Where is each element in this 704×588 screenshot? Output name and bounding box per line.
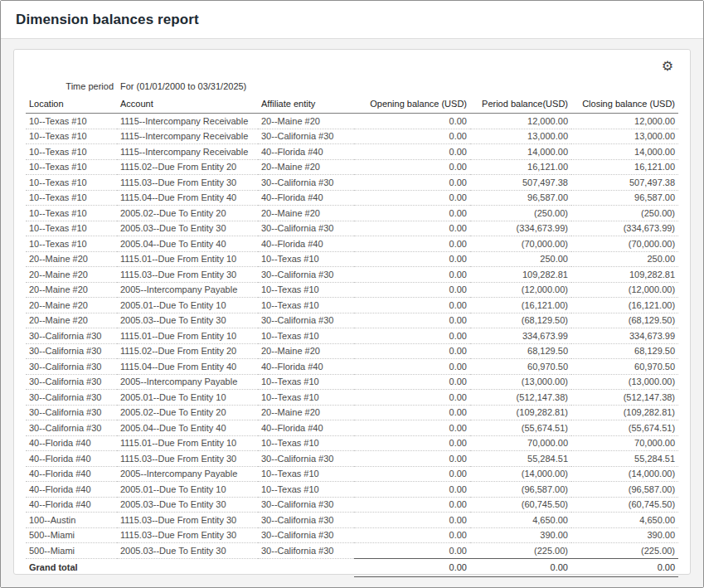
cell-period-balance[interactable]: (16,121.00) [470,298,571,313]
cell-affiliate-entity: 30--California #30 [258,313,354,328]
cell-period-balance[interactable]: 60,970.50 [470,359,571,375]
cell-location: 20--Maine #20 [26,282,117,298]
cell-period-balance[interactable]: (96,587.00) [470,482,571,498]
cell-affiliate-entity: 40--Florida #40 [258,420,354,436]
cell-affiliate-entity: 20--Maine #20 [258,343,354,359]
cell-opening-balance: 0.00 [354,114,470,129]
cell-period-balance[interactable]: 68,129.50 [470,343,571,359]
cell-account: 2005--Intercompany Payable [117,374,258,390]
grand-total-opening-balance: 0.00 [354,558,470,576]
cell-period-balance[interactable]: 14,000.00 [470,144,571,160]
cell-affiliate-entity: 40--Florida #40 [258,236,354,252]
cell-period-balance[interactable]: (109,282.81) [470,405,571,420]
cell-affiliate-entity: 20--Maine #20 [258,206,354,221]
cell-period-balance[interactable]: (60,745.50) [470,497,571,513]
cell-period-balance[interactable]: (68,129.50) [470,313,571,328]
table-row: 10--Texas #101115--Intercompany Receivab… [26,129,678,144]
cell-closing-balance: (55,674.51) [571,420,678,436]
cell-location: 10--Texas #10 [26,236,117,252]
cell-location: 10--Texas #10 [26,159,117,175]
table-row: 30--California #302005.01--Due To Entity… [26,390,678,406]
table-row: 20--Maine #202005.01--Due To Entity 1010… [26,298,678,313]
table-row: 40--Florida #402005.03--Due To Entity 30… [26,497,678,513]
cell-location: 30--California #30 [26,328,117,344]
cell-period-balance[interactable]: (14,000.00) [470,466,571,482]
cell-affiliate-entity: 10--Texas #10 [258,390,354,406]
cell-opening-balance: 0.00 [354,513,470,528]
cell-period-balance[interactable]: (55,674.51) [470,420,571,436]
cell-closing-balance: 109,282.81 [571,267,678,283]
cell-opening-balance: 0.00 [354,543,470,559]
cell-period-balance[interactable]: (250.00) [470,206,571,221]
cell-closing-balance: 96,587.00 [571,190,678,206]
cell-period-balance[interactable]: (70,000.00) [470,236,571,252]
table-row: 40--Florida #402005.01--Due To Entity 10… [26,482,678,498]
cell-account: 2005.02--Due To Entity 20 [117,206,258,221]
cell-location: 10--Texas #10 [26,206,117,221]
cell-opening-balance: 0.00 [354,435,470,451]
cell-account: 1115.03--Due From Entity 30 [117,267,258,283]
cell-opening-balance: 0.00 [354,359,470,375]
cell-period-balance[interactable]: 109,282.81 [470,267,571,283]
column-header-account: Account [117,96,258,114]
cell-closing-balance: (70,000.00) [571,236,678,252]
content-area: ⚙ Time period For (01/01/2000 to 03/31/2… [1,39,703,587]
cell-account: 2005.04--Due To Entity 40 [117,420,258,436]
cell-closing-balance: (334,673.99) [571,221,678,236]
app-window: Dimension balances report ⚙ [0,0,704,588]
cell-affiliate-entity: 30--California #30 [258,451,354,467]
cell-closing-balance: (13,000.00) [571,374,678,390]
cell-period-balance[interactable]: 507,497.38 [470,175,571,191]
cell-closing-balance: 4,650.00 [571,513,678,528]
cell-account: 2005.01--Due To Entity 10 [117,390,258,406]
table-row: 30--California #301115.04--Due From Enti… [26,359,678,375]
table-row: 10--Texas #101115--Intercompany Receivab… [26,114,678,129]
cell-period-balance[interactable]: (13,000.00) [470,374,571,390]
cell-period-balance[interactable]: (334,673.99) [470,221,571,236]
cell-account: 1115.02--Due From Entity 20 [117,343,258,359]
cell-period-balance[interactable]: (512,147.38) [470,390,571,406]
cell-affiliate-entity: 20--Maine #20 [258,405,354,420]
time-period-value: For (01/01/2000 to 03/31/2025) [117,78,678,96]
cell-period-balance[interactable]: (225.00) [470,543,571,559]
cell-closing-balance: (68,129.50) [571,313,678,328]
cell-period-balance[interactable]: 12,000.00 [470,114,571,129]
cell-period-balance[interactable]: 250.00 [470,251,571,267]
settings-gear-button[interactable]: ⚙ [658,58,677,75]
cell-opening-balance: 0.00 [354,221,470,236]
table-row: 30--California #302005.04--Due To Entity… [26,420,678,436]
cell-period-balance[interactable]: 16,121.00 [470,159,571,175]
cell-affiliate-entity: 30--California #30 [258,175,354,191]
cell-account: 1115--Intercompany Receivable [117,114,258,129]
table-row: 40--Florida #401115.01--Due From Entity … [26,435,678,451]
table-row: 100--Austin1115.03--Due From Entity 3030… [26,513,678,528]
cell-period-balance[interactable]: 96,587.00 [470,190,571,206]
table-row: 20--Maine #202005--Intercompany Payable1… [26,282,678,298]
table-row: 10--Texas #102005.04--Due To Entity 4040… [26,236,678,252]
table-row: 40--Florida #401115.03--Due From Entity … [26,451,678,467]
column-header-period-balance: Period balance(USD) [470,96,571,114]
cell-period-balance[interactable]: (12,000.00) [470,282,571,298]
table-row: 500--Miami1115.03--Due From Entity 3030-… [26,527,678,543]
cell-period-balance[interactable]: 13,000.00 [470,129,571,144]
cell-period-balance[interactable]: 4,650.00 [470,513,571,528]
cell-period-balance[interactable]: 55,284.51 [470,451,571,467]
table-row: 30--California #301115.02--Due From Enti… [26,343,678,359]
cell-closing-balance: 16,121.00 [571,159,678,175]
table-row: 500--Miami2005.03--Due To Entity 3030--C… [26,543,678,559]
cell-affiliate-entity: 10--Texas #10 [258,282,354,298]
grand-total-spacer-affiliate [258,558,354,576]
cell-period-balance[interactable]: 70,000.00 [470,435,571,451]
cell-account: 2005.03--Due To Entity 30 [117,313,258,328]
cell-affiliate-entity: 30--California #30 [258,221,354,236]
cell-location: 20--Maine #20 [26,313,117,328]
cell-opening-balance: 0.00 [354,267,470,283]
cell-closing-balance: 70,000.00 [571,435,678,451]
cell-period-balance[interactable]: 334,673.99 [470,328,571,344]
cell-opening-balance: 0.00 [354,390,470,406]
cell-period-balance[interactable]: 390.00 [470,527,571,543]
cell-closing-balance: 250.00 [571,251,678,267]
table-row: 10--Texas #102005.03--Due To Entity 3030… [26,221,678,236]
cell-closing-balance: 507,497.38 [571,175,678,191]
cell-closing-balance: (250.00) [571,206,678,221]
